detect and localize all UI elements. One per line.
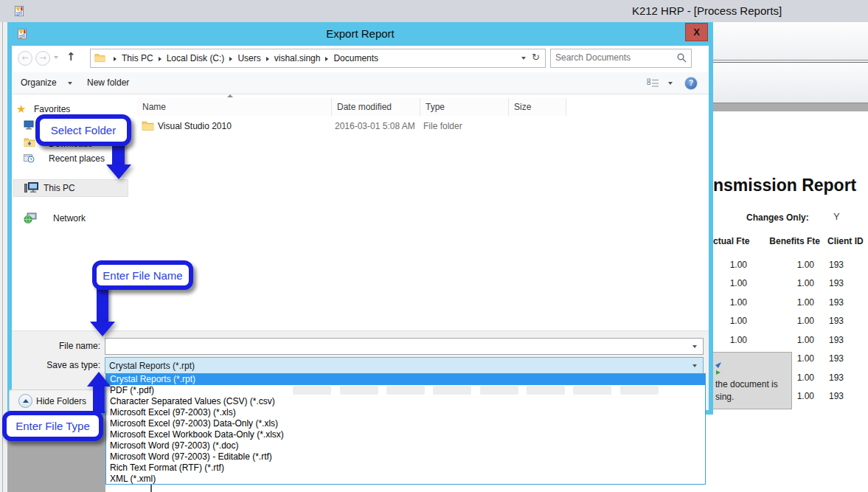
breadcrumb-this-pc[interactable]: This PC <box>122 53 153 63</box>
report-row: 1.001.00193 <box>713 278 868 290</box>
dropdown-option-rtf-editable[interactable]: Microsoft Word (97-2003) - Editable (*.r… <box>106 451 705 462</box>
report-row: 1.001.00193 <box>713 297 868 309</box>
callout-enter-file-name: Enter File Name <box>92 260 193 290</box>
file-name: Visual Studio 2010 <box>158 121 232 131</box>
sidebar-item-label: Recent places <box>49 153 105 164</box>
message-line: the document is <box>715 379 778 389</box>
enter-file-name-arrow-shaft <box>97 286 108 322</box>
search-icon[interactable] <box>677 53 687 65</box>
redacted-text-block <box>293 386 331 395</box>
breadcrumb-user[interactable]: vishal.singh <box>274 53 321 63</box>
refresh-icon[interactable]: ↻ <box>532 52 540 63</box>
callout-enter-file-type: Enter File Type <box>2 411 103 441</box>
column-header-size[interactable]: Size <box>509 98 566 116</box>
this-pc-icon <box>24 182 38 195</box>
star-icon: ★ <box>16 103 26 116</box>
file-name-caret-icon[interactable] <box>692 345 697 348</box>
view-details-icon[interactable] <box>647 78 659 90</box>
enter-file-type-arrow-shaft <box>93 387 105 413</box>
dropdown-option-xml[interactable]: XML (*.xml) <box>106 473 705 484</box>
dropdown-option-xls[interactable]: Microsoft Excel (97-2003) (*.xls) <box>106 407 705 418</box>
breadcrumb-documents[interactable]: Documents <box>333 53 378 63</box>
save-as-type-label: Save as type: <box>34 360 100 370</box>
redacted-text-block <box>386 386 425 395</box>
help-icon[interactable]: ? <box>684 77 698 90</box>
address-dropdown-caret[interactable] <box>521 57 526 60</box>
close-button[interactable]: X <box>685 23 708 41</box>
sidebar-item-label: Network <box>53 213 86 224</box>
close-icon: X <box>693 27 700 38</box>
save-as-type-combobox[interactable]: Crystal Reports (*.rpt) <box>105 357 704 374</box>
file-name-input[interactable] <box>108 340 678 352</box>
dropdown-option-rtf[interactable]: Rich Text Format (RTF) (*.rtf) <box>106 462 705 473</box>
breadcrumb-users[interactable]: Users <box>237 53 260 63</box>
view-caret-icon[interactable] <box>668 82 673 85</box>
hide-folders-label: Hide Folders <box>36 396 86 406</box>
file-name-label: File name: <box>34 341 100 351</box>
dialog-title: Export Report <box>7 27 713 40</box>
breadcrumb: This PCLocal Disk (C:)Usersvishal.singhD… <box>108 53 378 63</box>
breadcrumb-separator <box>114 57 117 61</box>
file-name-combobox[interactable] <box>105 338 704 355</box>
report-title: nsmission Report <box>713 176 856 195</box>
new-folder-button[interactable]: New folder <box>87 77 129 88</box>
back-button[interactable]: ← <box>18 51 32 66</box>
select-folder-arrow-head <box>106 164 131 179</box>
enter-file-name-arrow-head <box>90 322 115 336</box>
message-icon <box>715 360 721 366</box>
callout-text: Enter File Type <box>15 420 90 432</box>
breadcrumb-separator <box>266 57 269 61</box>
column-header-name[interactable]: Name <box>137 98 332 116</box>
back-arrow-icon: ← <box>21 53 28 63</box>
report-row: 1.001.00193 <box>713 335 868 347</box>
screen: K212 HRP - [Process Reports] nsmission R… <box>0 0 868 492</box>
address-bar[interactable]: This PCLocal Disk (C:)Usersvishal.singhD… <box>90 49 546 68</box>
enter-file-type-arrow-head <box>87 372 111 387</box>
column-header-type[interactable]: Type <box>420 98 509 116</box>
callout-text: Select Folder <box>51 124 116 136</box>
redacted-text-block <box>620 386 659 395</box>
network-icon <box>24 212 37 224</box>
hide-folders-button[interactable]: Hide Folders <box>9 389 106 412</box>
command-toolbar: Organize New folder ? <box>12 72 709 94</box>
callout-select-folder: Select Folder <box>35 114 131 146</box>
dropdown-option-doc[interactable]: Microsoft Word (97-2003) (*.doc) <box>106 440 705 451</box>
report-col-header: ctual Fte <box>713 236 749 246</box>
organize-caret-icon[interactable] <box>68 82 72 85</box>
up-button[interactable]: ↑ <box>66 50 76 63</box>
breadcrumb-separator <box>325 57 328 61</box>
redacted-text-block <box>433 386 471 395</box>
export-report-dialog: Export Report X ← → ↑ This PCLocal Disk … <box>7 22 713 415</box>
redacted-text-block <box>340 386 378 395</box>
report-row: 1.001.00193 <box>713 316 868 328</box>
breadcrumb-separator <box>159 57 162 61</box>
dropdown-option-csv[interactable]: Character Separated Values (CSV) (*.csv) <box>106 396 705 407</box>
redacted-text-block <box>527 386 565 395</box>
dropdown-option-crystal-reports[interactable]: Crystal Reports (*.rpt) <box>106 374 705 385</box>
sidebar-item-desktop[interactable] <box>24 120 35 132</box>
search-input[interactable] <box>554 52 671 63</box>
sidebar-item-this-pc[interactable]: This PC <box>13 179 128 197</box>
callout-text: Enter File Name <box>103 269 182 282</box>
column-header-date-modified[interactable]: Date modified <box>332 98 420 116</box>
breadcrumb-separator <box>229 57 232 61</box>
message-line: sing. <box>715 392 734 402</box>
sidebar-item-network[interactable]: Network <box>24 212 134 226</box>
breadcrumb-local-disk[interactable]: Local Disk (C:) <box>167 53 225 63</box>
sidebar-item-label: Favorites <box>34 104 70 114</box>
organize-button[interactable]: Organize <box>21 77 57 88</box>
location-icon <box>94 52 105 65</box>
save-as-type-caret-icon[interactable] <box>692 364 697 367</box>
file-row[interactable]: Visual Studio 2010 2016-03-01 5:08 AM Fi… <box>137 119 653 135</box>
dropdown-option-xls-data-only[interactable]: Microsoft Excel (97-2003) Data-Only (*.x… <box>106 418 705 429</box>
file-date-modified: 2016-03-01 5:08 AM <box>335 121 415 131</box>
app-icon <box>13 5 25 19</box>
dropdown-option-xlsx-data-only[interactable]: Microsoft Excel Workbook Data-Only (*.xl… <box>106 429 705 440</box>
forward-button[interactable]: → <box>35 51 50 66</box>
hide-folders-icon <box>18 394 32 408</box>
recent-locations-caret[interactable] <box>54 56 58 59</box>
search-box <box>550 49 692 68</box>
processing-message-box: the document is sing. <box>712 352 792 409</box>
recent-places-icon <box>24 153 35 163</box>
report-background: nsmission Report Changes Only: Y ctual F… <box>713 0 868 492</box>
